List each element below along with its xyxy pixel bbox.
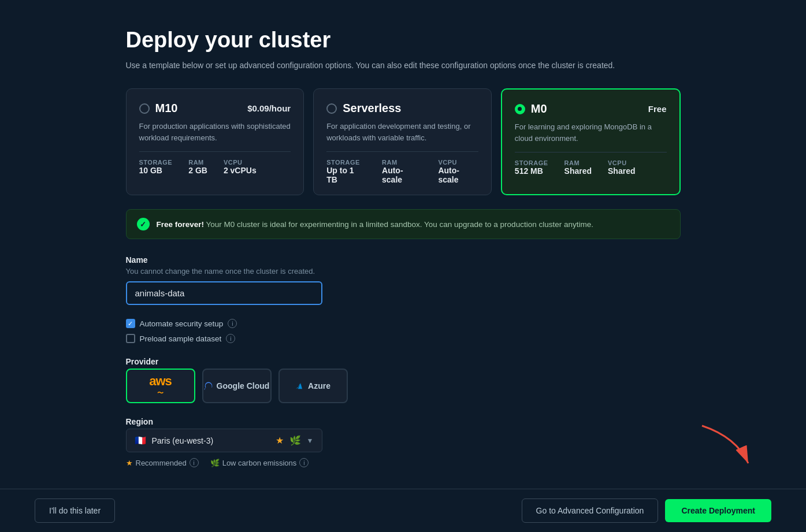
- checkmark-icon: ✓: [137, 218, 150, 230]
- low-carbon-text: Low carbon emissions: [222, 459, 297, 467]
- recommended-info-icon[interactable]: i: [190, 458, 199, 467]
- name-label: Name: [126, 255, 681, 265]
- cluster-name-m0: M0: [531, 102, 547, 116]
- region-label: Region: [126, 417, 681, 426]
- cluster-specs-m0: STORAGE 512 MB RAM Shared vCPU Shared: [515, 159, 667, 176]
- checkbox-automate-security[interactable]: ✓ Automate security setup i: [126, 319, 681, 328]
- cluster-desc-m10: For production applications with sophist…: [139, 121, 291, 143]
- preload-dataset-info-icon[interactable]: i: [226, 334, 235, 343]
- automate-security-info-icon[interactable]: i: [228, 319, 237, 328]
- cluster-name-input[interactable]: [126, 281, 322, 305]
- low-carbon-leaf-meta-icon: 🌿: [210, 459, 220, 467]
- dropdown-chevron-icon: ▼: [307, 437, 314, 445]
- cluster-card-serverless[interactable]: Serverless For application development a…: [313, 88, 492, 195]
- region-flag: 🇫🇷: [135, 435, 146, 446]
- checkbox-preload-dataset-box[interactable]: [126, 334, 135, 343]
- gcp-icon: [204, 381, 213, 390]
- provider-label: Provider: [126, 357, 681, 366]
- page-title: Deploy your cluster: [126, 28, 681, 53]
- cluster-name-serverless: Serverless: [343, 102, 401, 115]
- cluster-desc-m0: For learning and exploring MongoDB in a …: [515, 121, 667, 144]
- free-banner-text: Free forever! Your M0 cluster is ideal f…: [157, 220, 593, 229]
- provider-card-aws[interactable]: aws 〜: [126, 369, 195, 403]
- name-section: Name You cannot change the name once the…: [126, 255, 681, 305]
- region-meta: ★ Recommended i 🌿 Low carbon emissions i: [126, 458, 681, 467]
- region-value: Paris (eu-west-3): [152, 436, 270, 445]
- checkboxes-section: ✓ Automate security setup i Preload samp…: [126, 319, 681, 343]
- radio-m0[interactable]: [515, 104, 525, 114]
- cluster-price-m10: $0.09/hour: [247, 103, 291, 113]
- radio-m10[interactable]: [139, 103, 150, 114]
- provider-section: Provider aws 〜 Google Cloud: [126, 357, 681, 403]
- checkbox-automate-security-label: Automate security setup: [140, 319, 224, 328]
- cluster-price-m0: Free: [648, 104, 667, 114]
- free-forever-banner: ✓ Free forever! Your M0 cluster is ideal…: [126, 209, 681, 239]
- gcp-label: Google Cloud: [217, 381, 270, 390]
- recommended-text: Recommended: [136, 459, 187, 467]
- advanced-config-button[interactable]: Go to Advanced Configuration: [522, 498, 659, 523]
- checkbox-automate-security-box[interactable]: ✓: [126, 319, 135, 328]
- low-carbon-leaf-icon: 🌿: [289, 435, 301, 446]
- checkbox-preload-dataset[interactable]: Preload sample dataset i: [126, 334, 681, 343]
- cluster-specs-serverless: STORAGE Up to 1 TB RAM Auto-scale vCPU A…: [326, 159, 478, 184]
- name-sublabel: You cannot change the name once the clus…: [126, 267, 681, 276]
- cluster-name-m10: M10: [155, 102, 178, 115]
- create-deployment-button[interactable]: Create Deployment: [665, 499, 771, 522]
- cluster-type-cards: M10 $0.09/hour For production applicatio…: [126, 88, 681, 195]
- bottom-right-buttons: Go to Advanced Configuration Create Depl…: [522, 498, 771, 523]
- azure-icon: [295, 381, 304, 390]
- region-section: Region 🇫🇷 Paris (eu-west-3) ★ 🌿 ▼ ★ Reco…: [126, 417, 681, 467]
- cluster-specs-m10: STORAGE 10 GB RAM 2 GB vCPU 2 vCPUs: [139, 159, 291, 175]
- recommended-meta: ★ Recommended i: [126, 458, 199, 467]
- low-carbon-meta: 🌿 Low carbon emissions i: [210, 458, 309, 467]
- bottom-bar: I'll do this later Go to Advanced Config…: [0, 489, 806, 532]
- cluster-desc-serverless: For application development and testing,…: [326, 121, 478, 143]
- do-later-button[interactable]: I'll do this later: [35, 498, 115, 523]
- azure-label: Azure: [308, 381, 330, 390]
- page-subtitle: Use a template below or set up advanced …: [126, 61, 681, 70]
- cluster-card-m0[interactable]: M0 Free For learning and exploring Mongo…: [501, 88, 681, 195]
- provider-card-azure[interactable]: Azure: [278, 369, 348, 403]
- radio-serverless[interactable]: [326, 103, 337, 114]
- provider-card-gcp[interactable]: Google Cloud: [202, 369, 272, 403]
- checkbox-preload-dataset-label: Preload sample dataset: [140, 334, 222, 343]
- cluster-card-m10[interactable]: M10 $0.09/hour For production applicatio…: [126, 88, 304, 195]
- low-carbon-info-icon[interactable]: i: [299, 458, 309, 467]
- region-select-dropdown[interactable]: 🇫🇷 Paris (eu-west-3) ★ 🌿 ▼: [126, 429, 322, 452]
- recommended-star-meta-icon: ★: [126, 459, 133, 467]
- provider-cards: aws 〜 Google Cloud Azure: [126, 369, 681, 403]
- recommended-star-icon: ★: [276, 435, 284, 446]
